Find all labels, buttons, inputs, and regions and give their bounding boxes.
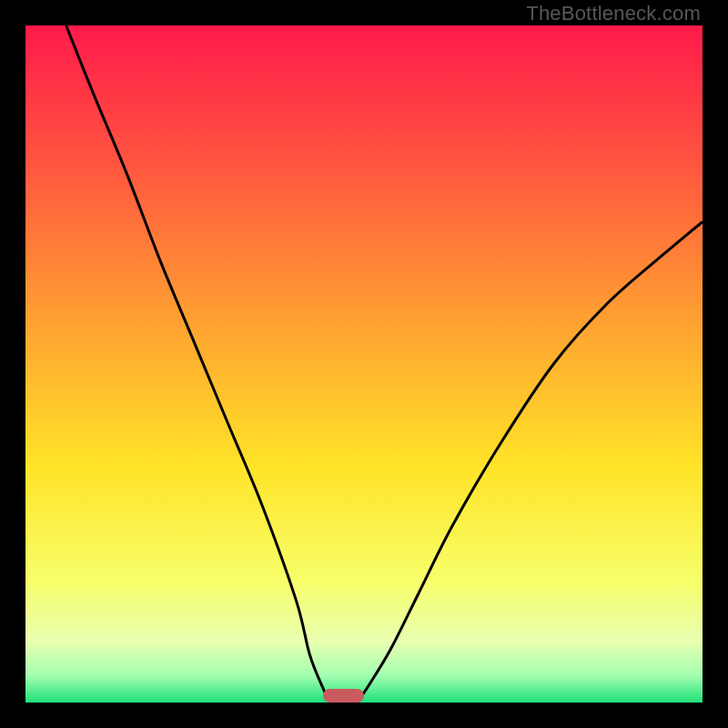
- chart-frame: [25, 25, 703, 703]
- bottleneck-chart: [25, 25, 703, 703]
- optimal-range-marker: [323, 689, 364, 703]
- watermark-text: TheBottleneck.com: [526, 2, 701, 25]
- gradient-background: [25, 25, 703, 703]
